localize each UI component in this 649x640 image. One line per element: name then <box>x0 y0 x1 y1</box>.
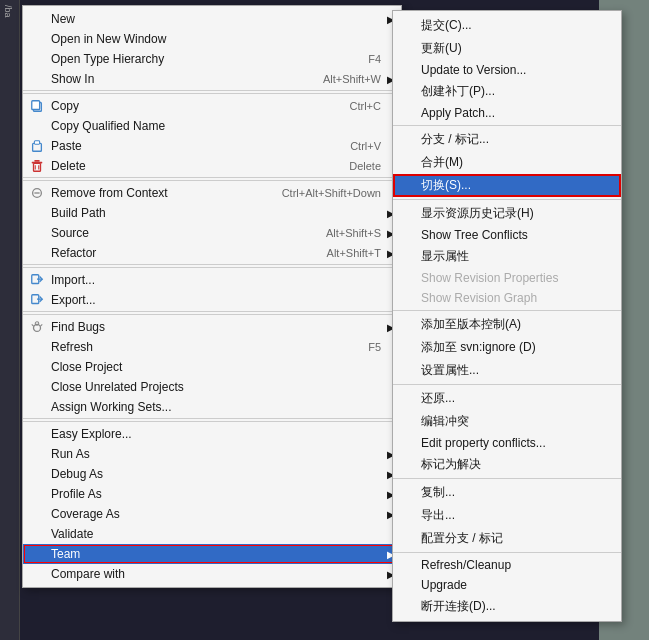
copy-shortcut: Ctrl+C <box>320 100 381 112</box>
merge-cn-label: 合并(M) <box>421 154 463 171</box>
right-menu-item-update-cn[interactable]: 更新(U) <box>393 37 621 60</box>
right-submenu: 提交(C)...更新(U)Update to Version...创建补丁(P)… <box>392 10 622 622</box>
left-menu-item-debug-as[interactable]: Debug As▶ <box>23 464 401 484</box>
right-menu-item-update-to-version[interactable]: Update to Version... <box>393 60 621 80</box>
revert-cn-label: 还原... <box>421 390 455 407</box>
show-resource-history-label: 显示资源历史记录(H) <box>421 205 534 222</box>
left-menu-item-open-new-window[interactable]: Open in New Window <box>23 29 401 49</box>
right-menu-item-config-branch-tag-cn[interactable]: 配置分支 / 标记 <box>393 527 621 550</box>
left-menu-item-show-in[interactable]: Show InAlt+Shift+W▶ <box>23 69 401 91</box>
right-menu-item-show-tree-conflicts[interactable]: Show Tree Conflicts <box>393 225 621 245</box>
right-menu-item-commit-cn[interactable]: 提交(C)... <box>393 14 621 37</box>
remove-from-context-shortcut: Ctrl+Alt+Shift+Down <box>252 187 381 199</box>
right-menu-item-apply-patch[interactable]: Apply Patch... <box>393 103 621 123</box>
right-menu-item-show-properties-cn[interactable]: 显示属性 <box>393 245 621 268</box>
left-menu-item-copy-qualified-name[interactable]: Copy Qualified Name <box>23 116 401 136</box>
right-menu-item-disconnect-cn[interactable]: 断开连接(D)... <box>393 595 621 618</box>
add-svn-ignore-cn-label: 添加至 svn:ignore (D) <box>421 339 536 356</box>
commit-cn-label: 提交(C)... <box>421 17 472 34</box>
new-label: New <box>51 12 75 26</box>
mark-as-resolved-cn-label: 标记为解决 <box>421 456 481 473</box>
run-as-label: Run As <box>51 447 90 461</box>
right-menu-item-branch-tag-cn[interactable]: 分支 / 标记... <box>393 128 621 151</box>
delete-label: Delete <box>51 159 86 173</box>
easy-explore-label: Easy Explore... <box>51 427 132 441</box>
left-menu-item-paste[interactable]: PasteCtrl+V <box>23 136 401 156</box>
svg-rect-3 <box>34 141 39 145</box>
right-menu-item-revert-cn[interactable]: 还原... <box>393 387 621 410</box>
apply-patch-label: Apply Patch... <box>421 106 495 120</box>
show-in-label: Show In <box>51 72 94 86</box>
left-menu-item-new[interactable]: New▶ <box>23 9 401 29</box>
coverage-as-label: Coverage As <box>51 507 120 521</box>
remove-from-context-label: Remove from Context <box>51 186 168 200</box>
right-menu-item-edit-conflict-cn[interactable]: 编辑冲突 <box>393 410 621 433</box>
build-path-label: Build Path <box>51 206 106 220</box>
right-menu-item-edit-property-conflicts[interactable]: Edit property conflicts... <box>393 433 621 453</box>
edit-property-conflicts-label: Edit property conflicts... <box>421 436 546 450</box>
open-type-hierarchy-shortcut: F4 <box>338 53 381 65</box>
svg-rect-7 <box>32 162 43 164</box>
find-bugs-label: Find Bugs <box>51 320 105 334</box>
copy-qualified-name-label: Copy Qualified Name <box>51 119 165 133</box>
paste-label: Paste <box>51 139 82 153</box>
refresh-shortcut: F5 <box>338 341 381 353</box>
right-menu-item-mark-as-resolved-cn[interactable]: 标记为解决 <box>393 453 621 476</box>
export-label: Export... <box>51 293 96 307</box>
left-menu-item-close-project[interactable]: Close Project <box>23 357 401 377</box>
left-menu-item-close-unrelated-projects[interactable]: Close Unrelated Projects <box>23 377 401 397</box>
right-menu-separator <box>393 125 621 126</box>
right-menu-item-create-patch-cn[interactable]: 创建补丁(P)... <box>393 80 621 103</box>
left-menu-item-delete[interactable]: DeleteDelete <box>23 156 401 178</box>
open-type-hierarchy-label: Open Type Hierarchy <box>51 52 164 66</box>
right-menu-item-upgrade[interactable]: Upgrade <box>393 575 621 595</box>
menu-separator <box>23 267 401 268</box>
left-menu-item-easy-explore[interactable]: Easy Explore... <box>23 424 401 444</box>
right-menu-item-export-cn[interactable]: 导出... <box>393 504 621 527</box>
right-menu-separator <box>393 552 621 553</box>
paste-shortcut: Ctrl+V <box>320 140 381 152</box>
right-menu-item-show-resource-history[interactable]: 显示资源历史记录(H) <box>393 202 621 225</box>
left-menu-item-assign-working-sets[interactable]: Assign Working Sets... <box>23 397 401 419</box>
show-revision-properties-label: Show Revision Properties <box>421 271 558 285</box>
right-menu-item-add-version-control-cn[interactable]: 添加至版本控制(A) <box>393 313 621 336</box>
right-menu-item-copy-cn[interactable]: 复制... <box>393 481 621 504</box>
menu-separator <box>23 421 401 422</box>
left-menu-item-find-bugs[interactable]: Find Bugs▶ <box>23 317 401 337</box>
right-menu-separator <box>393 384 621 385</box>
copy-label: Copy <box>51 99 79 113</box>
right-menu-item-add-svn-ignore-cn[interactable]: 添加至 svn:ignore (D) <box>393 336 621 359</box>
left-menu-item-build-path[interactable]: Build Path▶ <box>23 203 401 223</box>
left-menu-item-source[interactable]: SourceAlt+Shift+S▶ <box>23 223 401 243</box>
left-menu-item-compare-with[interactable]: Compare with▶ <box>23 564 401 584</box>
left-menu-item-remove-from-context[interactable]: Remove from ContextCtrl+Alt+Shift+Down <box>23 183 401 203</box>
left-menu-item-team[interactable]: Team▶ <box>23 544 401 564</box>
left-menu-item-validate[interactable]: Validate <box>23 524 401 544</box>
edit-conflict-cn-label: 编辑冲突 <box>421 413 469 430</box>
left-menu-item-export[interactable]: Export... <box>23 290 401 312</box>
branch-tag-cn-label: 分支 / 标记... <box>421 131 489 148</box>
left-menu-item-refactor[interactable]: RefactorAlt+Shift+T▶ <box>23 243 401 265</box>
refresh-cleanup-label: Refresh/Cleanup <box>421 558 511 572</box>
menu-separator <box>23 314 401 315</box>
left-menu-item-open-type-hierarchy[interactable]: Open Type HierarchyF4 <box>23 49 401 69</box>
right-menu-item-refresh-cleanup[interactable]: Refresh/Cleanup <box>393 555 621 575</box>
close-unrelated-projects-label: Close Unrelated Projects <box>51 380 184 394</box>
left-menu-item-refresh[interactable]: RefreshF5 <box>23 337 401 357</box>
left-menu-item-import[interactable]: Import... <box>23 270 401 290</box>
import-icon <box>29 272 45 288</box>
svg-rect-1 <box>32 101 40 110</box>
svg-line-17 <box>32 324 34 326</box>
right-menu-item-merge-cn[interactable]: 合并(M) <box>393 151 621 174</box>
copy-cn-label: 复制... <box>421 484 455 501</box>
right-menu-item-switch-cn[interactable]: 切换(S)... <box>393 174 621 197</box>
left-menu-item-profile-as[interactable]: Profile As▶ <box>23 484 401 504</box>
left-menu-item-copy[interactable]: CopyCtrl+C <box>23 96 401 116</box>
add-version-control-cn-label: 添加至版本控制(A) <box>421 316 521 333</box>
right-menu-item-set-property-cn[interactable]: 设置属性... <box>393 359 621 382</box>
show-revision-graph-label: Show Revision Graph <box>421 291 537 305</box>
left-menu-item-coverage-as[interactable]: Coverage As▶ <box>23 504 401 524</box>
left-menu-item-run-as[interactable]: Run As▶ <box>23 444 401 464</box>
update-to-version-label: Update to Version... <box>421 63 526 77</box>
validate-label: Validate <box>51 527 93 541</box>
